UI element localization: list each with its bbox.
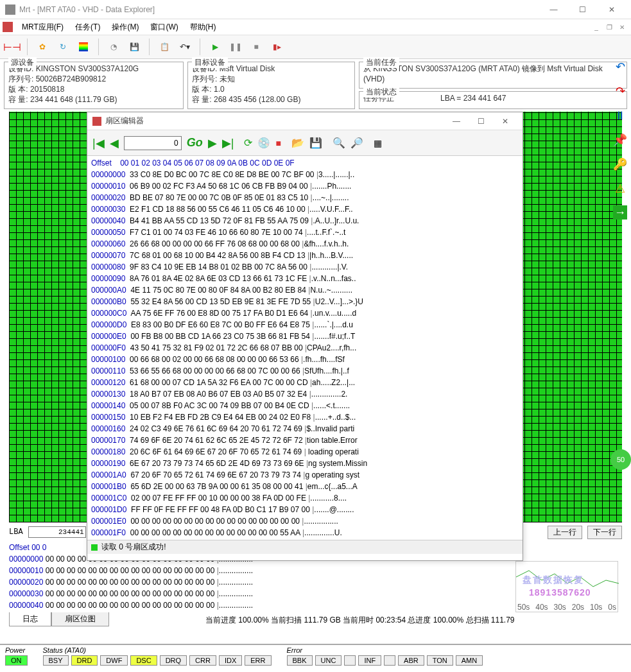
menu-app[interactable]: MRT应用(F)	[17, 21, 69, 34]
undo-icon[interactable]: ↶	[612, 59, 628, 74]
toolbar-save-icon[interactable]: 💾	[126, 39, 143, 55]
lba-label: LBA	[9, 528, 23, 537]
search-next-icon[interactable]: 🔎	[350, 137, 363, 149]
status-led-icon	[91, 544, 98, 551]
power-chip: ON	[5, 655, 28, 666]
open-icon[interactable]: 📂	[291, 137, 304, 149]
sector-editor-icon	[92, 117, 101, 126]
se-max-button[interactable]: ☐	[469, 114, 493, 129]
ata-chip: DWF	[100, 655, 128, 666]
badge-50: 50	[610, 449, 631, 470]
power-status: Power ON	[5, 646, 28, 666]
go-button[interactable]: Go	[187, 136, 203, 150]
toolbar-pause-icon[interactable]: ❚❚	[227, 39, 244, 55]
ata-chip: CRR	[189, 655, 216, 666]
key-icon[interactable]: 🔑	[612, 157, 628, 172]
maximize-button[interactable]: ☐	[568, 1, 597, 19]
current-task-box: 当前任务 从 KINGSTON SV300S37A120G (MRT ATA0)…	[359, 62, 627, 89]
minimize-button[interactable]: —	[539, 1, 568, 19]
se-close-button[interactable]: ✕	[493, 114, 517, 129]
hex-view[interactable]: Offset 00 01 02 03 04 05 06 07 08 09 0A …	[87, 156, 523, 540]
toolbar-stop-icon[interactable]: ■	[248, 39, 264, 55]
ata-chip: DSC	[130, 655, 157, 666]
speed-graph: 盘首数据恢复 18913587620 50s40s30s20s10s0s	[515, 561, 618, 612]
forward-icon[interactable]: →	[613, 205, 627, 220]
window-title: Mrt - [MRT ATA0 - VHD - Data Explorer]	[19, 5, 539, 14]
last-icon[interactable]: ▶|	[222, 136, 234, 150]
task-legend: 当前任务	[363, 57, 399, 68]
next-icon[interactable]: ▶	[208, 136, 217, 150]
toolbar-bed-icon[interactable]: ⊢⊣	[4, 39, 21, 55]
prev-line-button[interactable]: 上一行	[548, 526, 582, 539]
ata-status: Status (ATA0) BSYDRDDWFDSCDRQCRRIDXERR	[43, 646, 272, 666]
next-line-button[interactable]: 下一行	[587, 526, 622, 539]
stop-icon[interactable]: ■	[275, 138, 281, 148]
state-legend: 当前状态	[363, 87, 399, 98]
ata-chip: ERR	[245, 655, 271, 666]
sector-editor-window: 扇区编辑器 — ☐ ✕ |◀ ◀ Go ▶ ▶| ⟳ 💿 ■ 📂 💾 🔍 🔎 ▦…	[87, 112, 523, 561]
target-device-box: 目标设备 设备ID: Msft Virtual Disk 序列号: 未知 版 本…	[187, 62, 355, 109]
sector-status-text: 读取 0 号扇区成功!	[101, 542, 166, 553]
toolbar-palette-icon[interactable]	[75, 39, 92, 55]
save-icon[interactable]: 💾	[309, 137, 322, 149]
refresh-icon[interactable]: ⟳	[244, 137, 252, 149]
menu-help[interactable]: 帮助(H)	[185, 21, 221, 34]
ata-chip: IDX	[219, 655, 242, 666]
err-chip	[344, 655, 356, 666]
toolbar-play-icon[interactable]: ▶	[207, 39, 223, 55]
err-chip: ABR	[398, 655, 424, 666]
redo-icon[interactable]: ↷	[612, 83, 628, 99]
menu-task[interactable]: 任务(T)	[70, 21, 105, 34]
err-chip	[384, 655, 395, 666]
mdi-close-icon[interactable]: ✕	[616, 22, 628, 32]
disk-icon[interactable]: 💿	[257, 137, 270, 149]
app-icon	[5, 4, 15, 15]
pause-side-icon[interactable]: ⏸	[612, 108, 628, 123]
target-legend: 目标设备	[192, 57, 228, 68]
toolbar-note-icon[interactable]: 📋	[156, 39, 173, 55]
first-icon[interactable]: |◀	[92, 136, 105, 150]
toolbar-gear-icon[interactable]: ✿	[34, 39, 51, 55]
mdi-min-icon[interactable]: _	[590, 22, 603, 32]
error-status: Error BBKUNCINFABRTONAMN	[287, 646, 483, 666]
progress-text: 当前进度 100.00% 当前扫描 111.79 GB 当前用时 00:23:5…	[205, 615, 515, 626]
menu-window[interactable]: 窗口(W)	[145, 21, 183, 34]
search-icon[interactable]: 🔍	[333, 137, 345, 149]
lba-input[interactable]	[28, 526, 86, 538]
ata-chip: DRQ	[160, 655, 187, 666]
err-chip: UNC	[315, 655, 342, 666]
source-device-box: 源设备 设备ID: KINGSTON SV300S37A120G 序列号: 50…	[4, 62, 184, 109]
ata-chip: DRD	[71, 655, 98, 666]
current-state-box: 当前状态 任务停止LBA = 234 441 647	[359, 91, 627, 109]
err-chip: TON	[427, 655, 453, 666]
mdi-restore-icon[interactable]: ❐	[603, 22, 616, 32]
tab-bitmap[interactable]: 扇区位图	[51, 612, 109, 626]
pin-icon[interactable]: 📌	[612, 132, 628, 148]
tab-log[interactable]: 日志	[9, 612, 51, 626]
doc-icon	[3, 22, 13, 32]
toolbar-eject-icon[interactable]: ▮▸	[268, 39, 285, 55]
source-legend: 源设备	[8, 57, 37, 68]
err-chip: AMN	[456, 655, 483, 666]
se-min-button[interactable]: —	[444, 114, 469, 129]
prev-icon[interactable]: ◀	[110, 136, 119, 150]
sector-input[interactable]	[124, 136, 182, 150]
err-chip: INF	[358, 655, 381, 666]
toolbar-undo-dropdown-icon[interactable]: ↶▾	[177, 39, 193, 55]
close-button[interactable]: ✕	[597, 1, 626, 19]
sector-editor-title: 扇区编辑器	[105, 116, 444, 126]
toolbar-clock-icon[interactable]: ◔	[105, 39, 122, 55]
warning-icon[interactable]: ⚠	[612, 181, 628, 196]
toolbar-refresh-icon[interactable]: ↻	[55, 39, 71, 55]
menu-op[interactable]: 操作(M)	[107, 21, 144, 34]
err-chip: BBK	[287, 655, 313, 666]
grid-icon[interactable]: ▦	[374, 138, 382, 148]
ata-chip: BSY	[43, 655, 69, 666]
